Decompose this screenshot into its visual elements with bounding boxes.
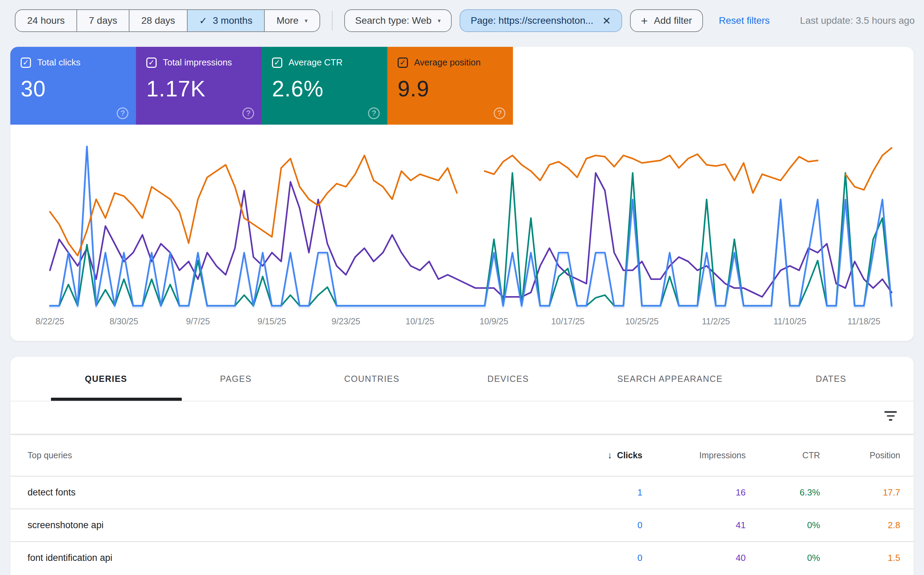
checkbox-checked-icon[interactable]: ✓ [398, 57, 408, 68]
checkbox-checked-icon[interactable]: ✓ [21, 57, 31, 68]
table-row[interactable]: font identification api0400%1.5 [10, 541, 914, 574]
date-range-28-days[interactable]: 28 days [129, 10, 187, 31]
search-type-label: Search type: Web [355, 15, 432, 26]
position-cell: 17.7 [820, 487, 900, 498]
x-axis-label: 8/30/25 [110, 316, 138, 326]
column-header-label: Position [870, 450, 900, 460]
add-filter-label: Add filter [654, 15, 692, 26]
add-filter-button[interactable]: + Add filter [630, 9, 703, 32]
date-range-7-days[interactable]: 7 days [76, 10, 129, 31]
position-cell: 1.5 [820, 553, 900, 563]
column-header-position[interactable]: Position [820, 450, 900, 461]
close-icon[interactable]: ✕ [602, 15, 611, 27]
metric-card-label: Total impressions [163, 57, 232, 68]
tab-countries[interactable]: COUNTRIES [344, 357, 400, 401]
tab-pages[interactable]: PAGES [220, 357, 252, 401]
performance-chart[interactable]: 8/22/258/30/259/7/259/15/259/23/2510/1/2… [10, 125, 914, 341]
help-icon[interactable]: ? [117, 107, 129, 119]
ctr-cell: 0% [746, 520, 820, 531]
check-icon: ✓ [199, 15, 207, 27]
x-axis-label: 10/1/25 [406, 316, 434, 326]
topbar-divider [332, 11, 333, 30]
x-axis-label: 9/15/25 [257, 316, 286, 326]
x-axis-label: 11/2/25 [702, 316, 730, 326]
metric-card-label: Total clicks [37, 57, 81, 68]
chevron-down-icon: ▾ [305, 17, 308, 24]
date-range-24-hours[interactable]: 24 hours [16, 10, 76, 31]
table-row[interactable]: detect fonts1166.3%17.7 [10, 476, 914, 508]
x-axis-label: 8/22/25 [35, 316, 64, 326]
metric-card-value: 9.9 [398, 76, 503, 102]
help-icon[interactable]: ? [242, 107, 254, 119]
chevron-down-icon: ▾ [438, 17, 441, 24]
metric-card-value: 2.6% [272, 76, 377, 102]
date-range-label: 3 months [213, 15, 252, 26]
filter-list-icon[interactable] [884, 411, 897, 423]
query-cell: detect fonts [27, 487, 539, 498]
metric-card-total-clicks[interactable]: ✓Total clicks30? [10, 47, 136, 125]
metric-card-total-impressions[interactable]: ✓Total impressions1.17K? [136, 47, 262, 125]
dimensions-panel: QUERIESPAGESCOUNTRIESDEVICESSEARCH APPEA… [10, 357, 914, 575]
help-icon[interactable]: ? [368, 107, 380, 119]
page-filter-label: Page: https://screenshoton... [471, 15, 593, 26]
column-header-ctr[interactable]: CTR [746, 450, 820, 461]
tab-devices[interactable]: DEVICES [487, 357, 529, 401]
table-row[interactable]: screenshotone api0410%2.8 [10, 508, 914, 541]
tab-queries[interactable]: QUERIES [85, 357, 127, 401]
performance-panel: ✓Total clicks30?✓Total impressions1.17K?… [10, 47, 914, 341]
query-cell: font identification api [27, 553, 539, 563]
tab-search-appearance[interactable]: SEARCH APPEARANCE [617, 357, 722, 401]
summary-cards-row: ✓Total clicks30?✓Total impressions1.17K?… [10, 47, 914, 125]
metric-card-average-ctr[interactable]: ✓Average CTR2.6%? [262, 47, 387, 125]
metric-card-average-position[interactable]: ✓Average position9.9? [387, 47, 513, 125]
x-axis-label: 10/25/25 [625, 316, 659, 326]
x-axis-label: 10/17/25 [551, 316, 584, 326]
query-cell: screenshotone api [27, 520, 539, 531]
page-filter-chip[interactable]: Page: https://screenshoton... ✕ [460, 9, 622, 32]
metric-card-label: Average CTR [289, 57, 343, 68]
date-range-more[interactable]: More▾ [264, 10, 319, 31]
table-body: detect fonts1166.3%17.7screenshotone api… [10, 476, 914, 574]
top-filter-bar: 24 hours7 days28 days✓3 monthsMore▾ Sear… [0, 0, 924, 33]
date-range-3-months[interactable]: ✓3 months [187, 10, 264, 31]
clicks-cell: 1 [539, 487, 642, 498]
column-header-label: CTR [802, 450, 820, 460]
metric-card-value: 30 [21, 76, 125, 102]
clicks-cell: 0 [539, 520, 642, 531]
date-range-label: 28 days [141, 15, 175, 26]
checkbox-checked-icon[interactable]: ✓ [146, 57, 157, 68]
x-axis-label: 10/9/25 [479, 316, 508, 326]
impressions-cell: 41 [642, 520, 746, 531]
plus-icon: + [641, 14, 648, 27]
last-update-text: Last update: 3.5 hours ago [800, 15, 915, 26]
ctr-cell: 0% [746, 553, 820, 563]
x-axis-label: 9/7/25 [186, 316, 210, 326]
column-header-label: Clicks [617, 450, 642, 460]
column-header-clicks[interactable]: ↓Clicks [539, 450, 642, 461]
column-header-label: Impressions [699, 450, 746, 460]
reset-filters-link[interactable]: Reset filters [719, 15, 770, 26]
clicks-cell: 0 [539, 553, 642, 563]
metric-card-value: 1.17K [146, 76, 251, 102]
dimension-tabs: QUERIESPAGESCOUNTRIESDEVICESSEARCH APPEA… [10, 357, 914, 402]
x-axis-label: 9/23/25 [332, 316, 360, 326]
search-type-chip[interactable]: Search type: Web ▾ [344, 9, 452, 32]
sort-descending-icon: ↓ [608, 450, 613, 461]
date-range-label: 24 hours [27, 15, 65, 26]
date-range-selector: 24 hours7 days28 days✓3 monthsMore▾ [15, 9, 320, 32]
x-axis-label: 11/10/25 [773, 316, 806, 326]
table-header-row: Top queries ↓Clicks Impressions CTR Posi… [10, 435, 914, 476]
column-header-impressions[interactable]: Impressions [642, 450, 746, 461]
column-header-top-queries[interactable]: Top queries [27, 450, 539, 461]
ctr-cell: 6.3% [746, 487, 820, 498]
table-toolbar [10, 402, 914, 435]
date-range-label: 7 days [89, 15, 117, 26]
impressions-cell: 16 [642, 487, 746, 498]
metric-card-label: Average position [414, 57, 481, 68]
help-icon[interactable]: ? [494, 107, 505, 119]
checkbox-checked-icon[interactable]: ✓ [272, 57, 282, 68]
tab-dates[interactable]: DATES [816, 357, 846, 401]
position-cell: 2.8 [820, 520, 900, 531]
date-range-label: More [276, 15, 298, 26]
impressions-cell: 40 [642, 553, 746, 563]
